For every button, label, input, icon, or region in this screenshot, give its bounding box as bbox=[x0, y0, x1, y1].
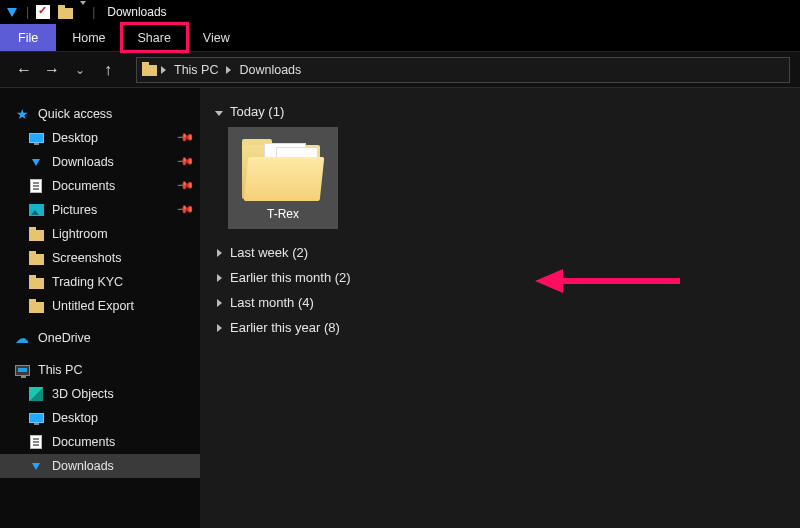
sidebar-onedrive[interactable]: ☁ OneDrive bbox=[0, 326, 200, 350]
folder-icon bbox=[28, 250, 44, 266]
sidebar-item-label: 3D Objects bbox=[52, 387, 114, 401]
recent-locations-button[interactable]: ⌄ bbox=[70, 60, 90, 80]
pictures-icon bbox=[28, 202, 44, 218]
group-header-today[interactable]: Today (1) bbox=[208, 98, 792, 123]
chevron-right-icon[interactable] bbox=[226, 63, 231, 77]
group-header-last-week[interactable]: Last week (2) bbox=[208, 239, 792, 264]
sidebar-item-label: Desktop bbox=[52, 411, 98, 425]
sidebar-item-label: Documents bbox=[52, 435, 115, 449]
sidebar-item-documents[interactable]: Documents 📌 bbox=[0, 174, 200, 198]
file-name: T-Rex bbox=[232, 207, 334, 221]
content-pane[interactable]: Today (1) T-Rex Last week (2) Earlier th… bbox=[200, 88, 800, 528]
group-label: Earlier this year (8) bbox=[230, 320, 340, 335]
group-label: Last week (2) bbox=[230, 245, 308, 260]
breadcrumb[interactable]: Downloads bbox=[235, 61, 305, 79]
qat-dropdown-icon[interactable] bbox=[79, 5, 86, 19]
nav-pane: ★ Quick access Desktop 📌 Downloads 📌 Doc… bbox=[0, 88, 200, 528]
sidebar-item-downloads-pc[interactable]: Downloads bbox=[0, 454, 200, 478]
chevron-right-icon bbox=[214, 320, 224, 335]
chevron-right-icon[interactable] bbox=[161, 63, 166, 77]
window-title: Downloads bbox=[107, 5, 166, 19]
group-label: Earlier this month (2) bbox=[230, 270, 351, 285]
file-tile-trex[interactable]: T-Rex bbox=[228, 127, 338, 229]
body: ★ Quick access Desktop 📌 Downloads 📌 Doc… bbox=[0, 88, 800, 528]
monitor-icon bbox=[28, 410, 44, 426]
chevron-down-icon bbox=[214, 104, 224, 119]
title-bar: | | Downloads bbox=[0, 0, 800, 24]
sidebar-item-label: Documents bbox=[52, 179, 115, 193]
group-label: Last month (4) bbox=[230, 295, 314, 310]
tab-view[interactable]: View bbox=[187, 24, 246, 51]
download-arrow-icon bbox=[28, 154, 44, 170]
folder-theme-icon bbox=[242, 137, 324, 197]
pin-icon: 📌 bbox=[175, 176, 194, 195]
download-arrow-icon bbox=[28, 458, 44, 474]
folder-icon bbox=[28, 298, 44, 314]
separator: | bbox=[92, 5, 95, 19]
sidebar-quick-access[interactable]: ★ Quick access bbox=[0, 102, 200, 126]
tab-file[interactable]: File bbox=[0, 24, 56, 51]
download-arrow-icon bbox=[4, 4, 20, 20]
sidebar-item-desktop-pc[interactable]: Desktop bbox=[0, 406, 200, 430]
chevron-right-icon bbox=[214, 245, 224, 260]
this-pc-icon bbox=[14, 362, 30, 378]
sidebar-item-label: Pictures bbox=[52, 203, 97, 217]
separator: | bbox=[26, 5, 29, 19]
group-header-earlier-this-year[interactable]: Earlier this year (8) bbox=[208, 314, 792, 339]
star-icon: ★ bbox=[14, 106, 30, 122]
pin-icon: 📌 bbox=[175, 128, 194, 147]
sidebar-item-desktop[interactable]: Desktop 📌 bbox=[0, 126, 200, 150]
folder-icon[interactable] bbox=[57, 4, 73, 20]
sidebar-item-label: This PC bbox=[38, 363, 82, 377]
sidebar-item-label: Downloads bbox=[52, 155, 114, 169]
properties-icon[interactable] bbox=[35, 4, 51, 20]
sidebar-item-label: OneDrive bbox=[38, 331, 91, 345]
pin-icon: 📌 bbox=[175, 152, 194, 171]
pin-icon: 📌 bbox=[175, 200, 194, 219]
forward-button[interactable]: → bbox=[42, 60, 62, 80]
sidebar-item-label: Trading KYC bbox=[52, 275, 123, 289]
sidebar-item-label: Screenshots bbox=[52, 251, 121, 265]
nav-row: ← → ⌄ ↑ This PC Downloads bbox=[0, 52, 800, 88]
sidebar-item-label: Lightroom bbox=[52, 227, 108, 241]
sidebar-item-label: Downloads bbox=[52, 459, 114, 473]
monitor-icon bbox=[28, 130, 44, 146]
address-bar[interactable]: This PC Downloads bbox=[136, 57, 790, 83]
sidebar-item-pictures[interactable]: Pictures 📌 bbox=[0, 198, 200, 222]
cube-icon bbox=[28, 386, 44, 402]
folder-icon bbox=[28, 226, 44, 242]
folder-icon bbox=[28, 274, 44, 290]
chevron-right-icon bbox=[214, 295, 224, 310]
group-items-today: T-Rex bbox=[208, 123, 792, 239]
sidebar-item-label: Desktop bbox=[52, 131, 98, 145]
sidebar-item-label: Untitled Export bbox=[52, 299, 134, 313]
up-button[interactable]: ↑ bbox=[98, 60, 118, 80]
chevron-right-icon bbox=[214, 270, 224, 285]
back-button[interactable]: ← bbox=[14, 60, 34, 80]
tab-share[interactable]: Share bbox=[122, 24, 187, 51]
ribbon-tabs: File Home Share View bbox=[0, 24, 800, 52]
folder-icon bbox=[141, 62, 157, 78]
sidebar-item-3d-objects[interactable]: 3D Objects bbox=[0, 382, 200, 406]
sidebar-this-pc[interactable]: This PC bbox=[0, 358, 200, 382]
sidebar-item-screenshots[interactable]: Screenshots bbox=[0, 246, 200, 270]
tab-home[interactable]: Home bbox=[56, 24, 121, 51]
group-header-earlier-this-month[interactable]: Earlier this month (2) bbox=[208, 264, 792, 289]
sidebar-item-trading-kyc[interactable]: Trading KYC bbox=[0, 270, 200, 294]
document-icon bbox=[28, 178, 44, 194]
sidebar-item-downloads[interactable]: Downloads 📌 bbox=[0, 150, 200, 174]
sidebar-item-untitled-export[interactable]: Untitled Export bbox=[0, 294, 200, 318]
document-icon bbox=[28, 434, 44, 450]
sidebar-item-label: Quick access bbox=[38, 107, 112, 121]
group-label: Today (1) bbox=[230, 104, 284, 119]
cloud-icon: ☁ bbox=[14, 330, 30, 346]
group-header-last-month[interactable]: Last month (4) bbox=[208, 289, 792, 314]
sidebar-item-documents-pc[interactable]: Documents bbox=[0, 430, 200, 454]
breadcrumb[interactable]: This PC bbox=[170, 61, 222, 79]
sidebar-item-lightroom[interactable]: Lightroom bbox=[0, 222, 200, 246]
